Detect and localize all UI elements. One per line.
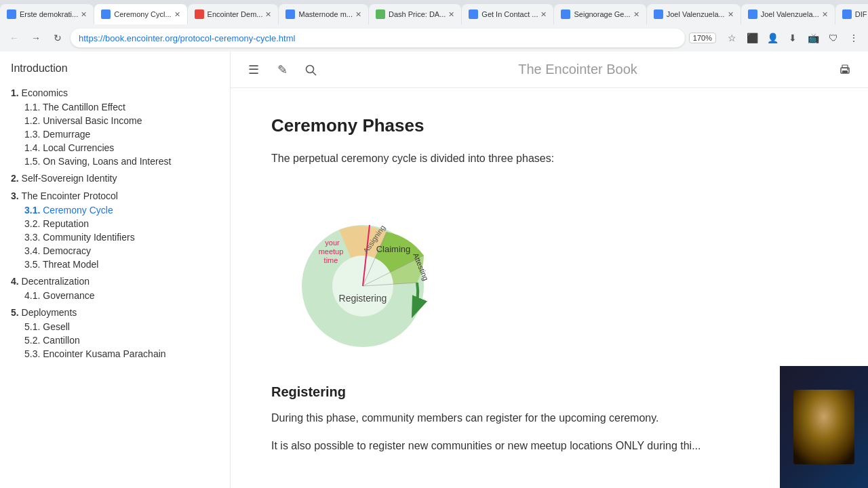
header-left: ☰ ✎ <box>244 60 320 79</box>
account-icon[interactable]: 👤 <box>764 29 781 47</box>
toc-item-5-2[interactable]: 5.2. Cantillon <box>11 333 219 347</box>
page-area: ☰ ✎ The Encointer Book <box>231 52 868 488</box>
toolbar-right: ☆ ⬛ 👤 ⬇ 📺 🛡 ⋮ <box>723 29 863 47</box>
tab-7-favicon <box>561 9 570 19</box>
tab-3-close[interactable]: ✕ <box>262 10 271 19</box>
main-title: Ceremony Phases <box>271 115 827 136</box>
toc-section-2-label: Self-Sovereign Identity <box>22 173 117 184</box>
browser-chrome: Erste demokrati... ✕ Ceremony Cycl... ✕ … <box>0 0 868 52</box>
tab-1-title: Erste demokrati... <box>20 10 78 18</box>
claiming-label: Claiming <box>376 244 411 254</box>
header-right <box>835 60 854 79</box>
tab-5-favicon <box>376 9 385 19</box>
tab-9-favicon <box>748 9 757 19</box>
address-input[interactable] <box>71 28 685 47</box>
svg-point-0 <box>307 65 314 73</box>
bookmark-icon[interactable]: ☆ <box>723 29 741 47</box>
toc-item-3-4[interactable]: 3.4. Democracy <box>11 244 219 258</box>
video-person-thumbnail <box>793 390 854 464</box>
tab-4[interactable]: Masternode m... ✕ <box>279 4 368 24</box>
toc-section-5: 5. Deployments 5.1. Gesell 5.2. Cantillo… <box>11 305 219 361</box>
tab-10[interactable]: DIF Election 20... ✕ <box>835 4 868 24</box>
tab-8-favicon <box>654 9 663 19</box>
toc-section-5-header[interactable]: 5. Deployments <box>11 305 219 320</box>
toc-item-1-3[interactable]: 1.3. Demurrage <box>11 127 219 141</box>
header-title: The Encointer Book <box>320 62 835 77</box>
toc-section-2-header[interactable]: 2. Self-Sovereign Identity <box>11 171 219 186</box>
toc-item-3-3[interactable]: 3.3. Community Identifiers <box>11 230 219 244</box>
tab-1[interactable]: Erste demokrati... ✕ <box>0 4 94 24</box>
tab-8[interactable]: Joel Valenzuela... ✕ <box>647 4 741 24</box>
registering-title: Registering <box>271 384 827 400</box>
tab-6[interactable]: Get In Contact ... ✕ <box>462 4 553 24</box>
toc-item-1-1-num: 1.1. <box>24 102 43 113</box>
shield-icon[interactable]: 🛡 <box>825 29 842 47</box>
toc-item-3-1[interactable]: 3.1. Ceremony Cycle <box>11 203 219 217</box>
main-layout: Introduction 1. Economics 1.1. The Canti… <box>0 52 868 488</box>
meetup-time-label-line1: your <box>325 239 340 247</box>
tab-3[interactable]: Encointer Dem... ✕ <box>188 4 279 24</box>
svg-point-5 <box>847 68 848 70</box>
download-icon[interactable]: ⬇ <box>784 29 802 47</box>
intro-paragraph: The perpetual ceremony cycle is divided … <box>271 150 827 167</box>
toc-item-3-2[interactable]: 3.2. Reputation <box>11 217 219 230</box>
print-icon[interactable] <box>835 60 854 79</box>
svg-line-1 <box>313 72 316 75</box>
toc-item-1-4[interactable]: 1.4. Local Currencies <box>11 141 219 155</box>
toc-item-1-2[interactable]: 1.2. Universal Basic Income <box>11 114 219 127</box>
tab-6-close[interactable]: ✕ <box>538 10 547 19</box>
forward-button[interactable]: → <box>27 29 45 47</box>
tab-2-favicon <box>101 9 111 19</box>
tab-4-title: Masternode m... <box>298 10 352 18</box>
toc-section-1: 1. Economics 1.1. The Cantillon Effect 1… <box>11 85 219 168</box>
video-inner <box>780 366 868 488</box>
tab-7[interactable]: Seignorage Ge... ✕ <box>554 4 646 24</box>
zoom-badge[interactable]: 170% <box>689 33 716 43</box>
toc-section-3: 3. The Encointer Protocol 3.1. Ceremony … <box>11 188 219 271</box>
registering-label: Registering <box>339 293 387 304</box>
toc-section-3-header[interactable]: 3. The Encointer Protocol <box>11 188 219 203</box>
svg-rect-3 <box>842 65 848 68</box>
toc-item-5-3-num: 5.3. <box>24 348 43 359</box>
tab-7-title: Seignorage Ge... <box>574 10 630 18</box>
edit-icon[interactable]: ✎ <box>273 60 292 79</box>
tab-1-close[interactable]: ✕ <box>78 10 87 19</box>
toc-item-5-3[interactable]: 5.3. Encointer Kusama Parachain <box>11 347 219 361</box>
tab-5[interactable]: Dash Price: DA... ✕ <box>369 4 461 24</box>
tab-7-close[interactable]: ✕ <box>631 10 639 19</box>
extensions-icon[interactable]: ⬛ <box>743 29 761 47</box>
tab-8-close[interactable]: ✕ <box>725 10 734 19</box>
toc-item-1-5[interactable]: 1.5. On Saving, Loans and Interest <box>11 155 219 168</box>
tab-5-close[interactable]: ✕ <box>446 10 454 19</box>
tab-4-close[interactable]: ✕ <box>353 10 361 19</box>
menu-toggle-icon[interactable]: ☰ <box>244 60 263 79</box>
meetup-time-label-line3: time <box>324 256 338 264</box>
tab-5-title: Dash Price: DA... <box>389 10 446 18</box>
toc-item-4-1[interactable]: 4.1. Governance <box>11 289 219 302</box>
tab-9-close[interactable]: ✕ <box>819 10 828 19</box>
cast-icon[interactable]: 📺 <box>804 29 822 47</box>
reload-button[interactable]: ↻ <box>49 29 66 47</box>
toc-section-4-label: Decentralization <box>22 276 90 287</box>
tab-2[interactable]: Ceremony Cycl... ✕ <box>94 4 186 24</box>
toc-section-1-header[interactable]: 1. Economics <box>11 85 219 100</box>
tab-9[interactable]: Joel Valenzuela... ✕ <box>741 4 835 24</box>
ceremony-phases-svg: Claiming Attesting Assigning Registering… <box>271 181 454 357</box>
content: Ceremony Phases The perpetual ceremony c… <box>231 88 868 488</box>
toc-item-1-4-num: 1.4. <box>24 142 43 153</box>
toc-section-5-num: 5. <box>11 307 22 318</box>
toc-item-5-1[interactable]: 5.1. Gesell <box>11 320 219 333</box>
menu-icon[interactable]: ⋮ <box>845 29 863 47</box>
search-icon[interactable] <box>301 60 320 79</box>
tab-2-close[interactable]: ✕ <box>172 10 180 19</box>
toc-item-1-3-num: 1.3. <box>24 129 43 140</box>
toc-section-4-header[interactable]: 4. Decentralization <box>11 274 219 289</box>
page-header: ☰ ✎ The Encointer Book <box>231 52 868 88</box>
toc-item-5-1-num: 5.1. <box>24 321 43 332</box>
sidebar-introduction[interactable]: Introduction <box>11 62 219 75</box>
back-button[interactable]: ← <box>5 29 23 47</box>
toc-item-1-1[interactable]: 1.1. The Cantillon Effect <box>11 100 219 114</box>
toc-item-3-5[interactable]: 3.5. Threat Model <box>11 258 219 271</box>
toc-section-1-num: 1. <box>11 87 22 98</box>
registering-paragraph: During this phase, community members can… <box>271 409 827 427</box>
